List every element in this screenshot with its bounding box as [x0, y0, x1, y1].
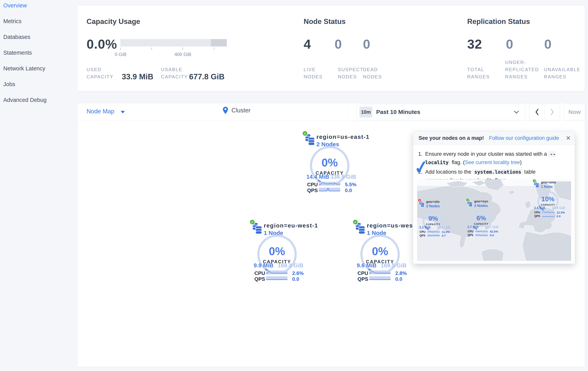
popup-header: See your nodes on a map! Follow our conf… — [413, 132, 575, 145]
popup-body: ✓ 1. Ensure every node in your cluster w… — [413, 145, 575, 184]
time-range-label: Past 10 Minutes — [376, 109, 420, 115]
node-group-title: geo=sfo — [426, 200, 440, 204]
qps-value: 0.0 — [490, 234, 494, 237]
capacity-percent: 0% — [308, 156, 351, 169]
locality-guide-popup: See your nodes on a map! Follow our conf… — [413, 132, 575, 264]
cpu-sparkline — [542, 211, 555, 214]
capacity-gauge: 0% CAPACITY — [359, 233, 401, 276]
capacity-caption: CAPACITY — [421, 223, 445, 226]
live-nodes-label: LIVE NODES — [304, 66, 323, 80]
breadcrumb[interactable]: Cluster — [223, 107, 251, 114]
node-group-title: region=eu-west-1 — [264, 222, 318, 229]
capacity-percent: 0% — [359, 245, 401, 258]
capacity-percent: 6% — [470, 214, 493, 222]
qps-label: QPS — [468, 234, 473, 237]
configuration-guide-link[interactable]: Follow our configuration guide — [489, 135, 559, 141]
sidebar-item-advanced-debug[interactable]: Advanced Debug — [0, 94, 77, 110]
dead-nodes-label: DEAD NODES — [363, 66, 382, 80]
sidebar-item-metrics[interactable]: Metrics — [0, 16, 77, 31]
chevron-right-icon — [550, 109, 555, 115]
node-group-title: geo=ams — [541, 180, 556, 184]
total-ranges-count: 32 — [467, 37, 482, 52]
bar-tick-label-start: 0 GiB — [115, 52, 126, 57]
dead-nodes-count: 0 — [363, 37, 370, 52]
time-nav-group — [529, 104, 560, 120]
guide-step-1: 1. Ensure every node in your cluster was… — [418, 150, 570, 167]
capacity-gauge: 0% CAPACITY — [308, 144, 351, 187]
close-icon[interactable]: × — [566, 134, 570, 142]
toolbar-divider — [348, 106, 348, 118]
bar-tick — [120, 47, 121, 50]
error-badge-icon: 1 — [418, 198, 421, 202]
sidebar-item-network-latency[interactable]: Network Latency — [0, 63, 77, 79]
map-pin-icon — [223, 107, 228, 114]
cpu-sparkline — [475, 230, 488, 233]
sidebar: Overview Metrics Databases Statements Ne… — [0, 0, 77, 371]
qps-sparkline — [475, 234, 488, 236]
usable-capacity-value: 677.8 GiB — [189, 72, 224, 81]
time-next-button[interactable] — [545, 104, 560, 120]
qps-label: QPS — [534, 215, 540, 217]
used-capacity: 3.2 GiB — [419, 226, 431, 229]
cpu-sparkline — [369, 270, 390, 274]
node-map-card: Node Map Cluster 10m Past 10 Minutes — [77, 103, 585, 367]
locality-tree-link[interactable]: See current locality tree — [465, 159, 520, 165]
capacity-usage-title: Capacity Usage — [86, 18, 140, 26]
usable-capacity: 169.4 GiB — [278, 262, 304, 269]
used-capacity: 9.6 MiB — [357, 262, 377, 269]
healthy-badge-icon: ✓ — [302, 131, 308, 136]
node-count-label: 2 Nodes — [426, 204, 440, 208]
view-mode-dropdown[interactable]: Node Map — [86, 108, 125, 115]
time-range-select[interactable]: 10m Past 10 Minutes — [356, 104, 525, 120]
sidebar-item-overview[interactable]: Overview — [0, 0, 77, 16]
capacity-caption: CAPACITY — [536, 203, 560, 206]
usable-capacity-label: USABLE CAPACITY — [161, 66, 188, 80]
chevron-left-icon — [535, 109, 539, 115]
usable-capacity: 35.1 GiB — [437, 226, 450, 229]
unavailable-ranges-count: 0 — [544, 37, 552, 52]
qps-label: QPS — [254, 276, 263, 282]
cpu-value: 2.8% — [395, 270, 407, 276]
qps-label: QPS — [307, 187, 316, 194]
check-annotation-icon: ✓ — [413, 156, 430, 179]
node-map-toolbar: Node Map Cluster 10m Past 10 Minutes — [77, 103, 585, 121]
usable-capacity: 338.9 GiB — [330, 174, 356, 180]
chevron-down-icon — [514, 111, 519, 114]
capacity-gauge: 0% CAPACITY — [256, 233, 298, 276]
qps-value: 0.0 — [395, 276, 402, 282]
qps-sparkline — [369, 276, 390, 280]
cpu-sparkline — [266, 270, 287, 274]
sidebar-item-databases[interactable]: Databases — [0, 31, 77, 47]
unavailable-ranges-label: UNAVAILABLE RANGES — [544, 66, 580, 80]
capacity-caption: CAPACITY — [470, 222, 493, 225]
popup-title: See your nodes on a map! — [419, 135, 484, 141]
qps-sparkline — [542, 215, 555, 217]
used-capacity: 14.4 MiB — [306, 174, 329, 180]
healthy-badge-icon: ✓ — [352, 219, 358, 225]
sidebar-item-jobs[interactable]: Jobs — [0, 79, 77, 94]
used-capacity: 3.7 GiB — [467, 225, 479, 229]
qps-value: 0.0 — [556, 215, 561, 218]
sidebar-item-statements[interactable]: Statements — [0, 47, 77, 63]
under-replicated-label: UNDER- REPLICATED RANGES — [505, 59, 539, 80]
breadcrumb-label: Cluster — [231, 107, 251, 114]
cluster-summary-card: Capacity Usage 0.0% 0 GiB 400 GiB USED C… — [77, 5, 585, 91]
total-ranges-label: TOTAL RANGES — [467, 66, 490, 80]
cpu-value: 12.3% — [556, 211, 565, 214]
healthy-badge-icon: ✓ — [466, 198, 470, 202]
step-text: Ensure every node in your cluster was st… — [425, 151, 548, 157]
cpu-label: CPU — [468, 230, 473, 233]
usable-capacity: 34.4 GiB — [552, 206, 565, 210]
cpu-label: CPU — [534, 211, 540, 214]
now-button[interactable]: Now — [564, 104, 586, 120]
qps-sparkline — [266, 276, 287, 280]
qps-label: QPS — [420, 234, 425, 237]
qps-sparkline — [319, 188, 340, 192]
time-prev-button[interactable] — [529, 104, 545, 120]
cpu-value: 11.0% — [442, 230, 450, 234]
node-status-title: Node Status — [304, 18, 346, 26]
used-capacity: 3.6 GiB — [534, 206, 546, 210]
cpu-sparkline — [427, 230, 440, 233]
cpu-label: CPU — [307, 182, 316, 188]
step-text: Add locations to the — [425, 169, 473, 175]
